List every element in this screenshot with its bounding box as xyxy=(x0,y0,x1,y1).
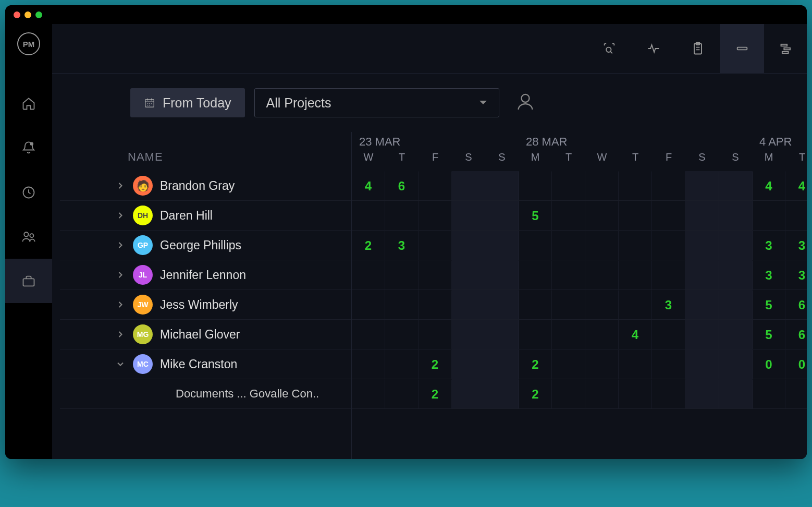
workload-cell[interactable] xyxy=(452,260,485,289)
workload-cell[interactable] xyxy=(552,231,585,260)
workload-cell[interactable] xyxy=(685,349,719,379)
workload-cell[interactable] xyxy=(619,290,652,319)
nav-team[interactable] xyxy=(5,214,52,259)
workload-cell[interactable] xyxy=(685,260,719,289)
expand-button[interactable] xyxy=(115,270,126,280)
workload-cell[interactable] xyxy=(552,290,585,319)
workload-cell[interactable]: 6 xyxy=(785,290,807,319)
workload-cell[interactable] xyxy=(519,260,552,289)
workload-cell[interactable] xyxy=(719,349,752,379)
workload-cell[interactable] xyxy=(619,349,652,379)
workload-cell[interactable] xyxy=(519,320,552,349)
workload-cell[interactable]: 5 xyxy=(752,290,785,319)
view-list[interactable] xyxy=(675,24,720,74)
workload-cell[interactable] xyxy=(552,171,585,200)
workload-cell[interactable] xyxy=(385,379,419,408)
workload-cell[interactable]: 2 xyxy=(419,379,452,408)
workload-cell[interactable]: 4 xyxy=(352,171,385,200)
view-zoom[interactable] xyxy=(587,24,631,74)
workload-cell[interactable] xyxy=(452,379,485,408)
workload-cell[interactable] xyxy=(352,320,385,349)
workload-cell[interactable] xyxy=(352,260,385,289)
workload-cell[interactable] xyxy=(385,349,419,379)
workload-cell[interactable]: 2 xyxy=(352,231,385,260)
workload-cell[interactable] xyxy=(685,379,719,408)
workload-cell[interactable] xyxy=(585,320,619,349)
workload-cell[interactable] xyxy=(652,171,685,200)
workload-cell[interactable] xyxy=(719,320,752,349)
workload-cell[interactable] xyxy=(552,379,585,408)
workload-cell[interactable] xyxy=(719,260,752,289)
workload-cell[interactable] xyxy=(385,201,419,230)
workload-cell[interactable]: 3 xyxy=(385,231,419,260)
workload-cell[interactable] xyxy=(585,171,619,200)
workload-cell[interactable] xyxy=(619,171,652,200)
workload-cell[interactable]: 0 xyxy=(785,349,807,379)
workload-cell[interactable] xyxy=(685,320,719,349)
workload-cell[interactable] xyxy=(685,231,719,260)
workload-cell[interactable] xyxy=(619,201,652,230)
view-workload[interactable] xyxy=(720,24,764,74)
workload-cell[interactable] xyxy=(485,260,519,289)
workload-cell[interactable] xyxy=(485,201,519,230)
workload-cell[interactable] xyxy=(719,171,752,200)
workload-cell[interactable] xyxy=(485,349,519,379)
workload-cell[interactable] xyxy=(485,379,519,408)
close-window-button[interactable] xyxy=(14,11,20,18)
workload-cell[interactable]: 6 xyxy=(785,320,807,349)
nav-home[interactable] xyxy=(5,81,52,126)
workload-cell[interactable] xyxy=(685,201,719,230)
workload-cell[interactable]: 4 xyxy=(785,171,807,200)
workload-cell[interactable] xyxy=(385,260,419,289)
workload-cell[interactable] xyxy=(452,201,485,230)
workload-cell[interactable] xyxy=(452,290,485,319)
workload-cell[interactable] xyxy=(719,231,752,260)
workload-cell[interactable] xyxy=(485,231,519,260)
workload-cell[interactable]: 4 xyxy=(619,320,652,349)
workload-cell[interactable] xyxy=(585,260,619,289)
workload-cell[interactable] xyxy=(419,290,452,319)
collapse-button[interactable] xyxy=(115,359,126,369)
nav-notifications[interactable] xyxy=(5,126,52,170)
workload-cell[interactable] xyxy=(652,349,685,379)
workload-cell[interactable]: 3 xyxy=(752,260,785,289)
workload-cell[interactable]: 2 xyxy=(419,349,452,379)
workload-cell[interactable] xyxy=(585,379,619,408)
workload-cell[interactable] xyxy=(419,320,452,349)
workload-cell[interactable] xyxy=(519,171,552,200)
workload-cell[interactable] xyxy=(619,231,652,260)
workload-cell[interactable]: 5 xyxy=(519,201,552,230)
workload-cell[interactable] xyxy=(585,231,619,260)
workload-cell[interactable] xyxy=(452,231,485,260)
workload-cell[interactable] xyxy=(652,260,685,289)
workload-cell[interactable] xyxy=(585,201,619,230)
workload-cell[interactable] xyxy=(585,290,619,319)
workload-cell[interactable] xyxy=(485,320,519,349)
expand-button[interactable] xyxy=(115,240,126,250)
workload-cell[interactable] xyxy=(419,231,452,260)
workload-cell[interactable] xyxy=(485,171,519,200)
workload-cell[interactable]: 4 xyxy=(752,171,785,200)
workload-cell[interactable] xyxy=(619,379,652,408)
from-today-button[interactable]: From Today xyxy=(130,88,245,117)
workload-cell[interactable] xyxy=(585,349,619,379)
workload-cell[interactable] xyxy=(652,320,685,349)
minimize-window-button[interactable] xyxy=(24,11,31,18)
view-gantt[interactable] xyxy=(764,24,807,74)
view-activity[interactable] xyxy=(631,24,675,74)
workload-cell[interactable]: 0 xyxy=(752,349,785,379)
workload-cell[interactable] xyxy=(519,290,552,319)
workload-cell[interactable] xyxy=(352,349,385,379)
workload-cell[interactable] xyxy=(419,201,452,230)
workload-cell[interactable] xyxy=(519,231,552,260)
workload-cell[interactable] xyxy=(752,379,785,408)
expand-button[interactable] xyxy=(115,329,126,340)
workload-cell[interactable] xyxy=(652,201,685,230)
workload-cell[interactable] xyxy=(419,260,452,289)
workload-cell[interactable]: 3 xyxy=(785,231,807,260)
workload-cell[interactable]: 3 xyxy=(652,290,685,319)
workload-cell[interactable] xyxy=(619,260,652,289)
workload-cell[interactable] xyxy=(452,171,485,200)
workload-cell[interactable] xyxy=(552,349,585,379)
expand-button[interactable] xyxy=(115,180,126,191)
